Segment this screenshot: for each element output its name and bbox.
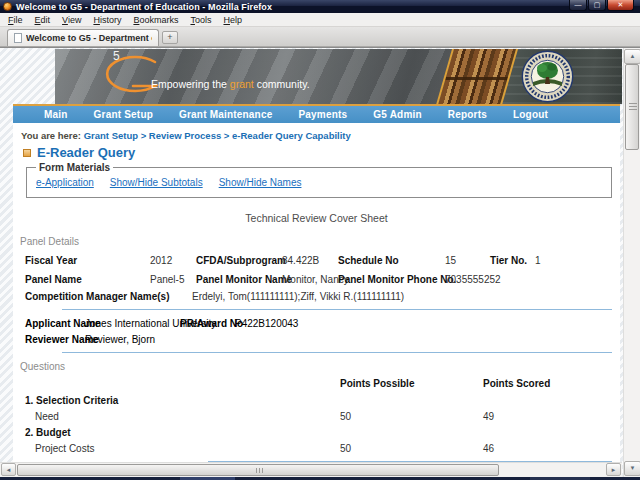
panel-name-value: Panel-5 bbox=[150, 274, 196, 285]
window-controls: — ▢ ✕ bbox=[569, 0, 634, 11]
content-area: Main Grant Setup Grant Maintenance Payme… bbox=[13, 104, 620, 464]
menu-history[interactable]: History bbox=[87, 14, 127, 26]
panel-monitor-phone-value: 7035555252 bbox=[445, 274, 490, 285]
cover-sheet-title: Technical Review Cover Sheet bbox=[13, 212, 620, 224]
menu-edit[interactable]: Edit bbox=[29, 14, 57, 26]
panel-monitor-name-label: Panel Monitor Name bbox=[196, 274, 282, 285]
page-heading: E-Reader Query bbox=[23, 145, 620, 160]
tab-bar: Welcome to G5 - Department of Edu... + bbox=[0, 27, 640, 47]
reviewer-name-value: Reviewer, Bjorn bbox=[85, 334, 155, 345]
page-viewport: 5 Empowering the grant community. Main G… bbox=[0, 47, 640, 480]
main-navigation: Main Grant Setup Grant Maintenance Payme… bbox=[13, 104, 620, 123]
breadcrumb-trail[interactable]: Grant Setup > Review Process > e-Reader … bbox=[84, 130, 351, 141]
applicant-row: Applicant Name Jones International Unive… bbox=[13, 318, 620, 329]
form-materials-legend: Form Materials bbox=[36, 162, 113, 173]
panel-monitor-phone-label: Panel Monitor Phone No. bbox=[338, 274, 445, 285]
question-item-need: Need bbox=[25, 411, 340, 422]
nav-g5-admin[interactable]: G5 Admin bbox=[360, 109, 434, 120]
window-title: Welcome to G5 - Department of Education … bbox=[16, 2, 272, 12]
fiscal-year-value: 2012 bbox=[150, 255, 196, 266]
reviewer-name-label: Reviewer Name bbox=[25, 334, 85, 345]
question-item-project-costs: Project Costs bbox=[25, 443, 340, 454]
nav-grant-setup[interactable]: Grant Setup bbox=[81, 109, 166, 120]
firefox-icon bbox=[3, 2, 12, 11]
panel-details-grid: Fiscal Year 2012 CFDA/Subprogram 84.422B… bbox=[13, 255, 620, 285]
vertical-scrollbar[interactable]: ▲ ▼ bbox=[623, 48, 640, 477]
new-tab-button[interactable]: + bbox=[162, 31, 178, 44]
title-bar[interactable]: Welcome to G5 - Department of Education … bbox=[0, 0, 640, 13]
nav-payments[interactable]: Payments bbox=[285, 109, 360, 120]
applicant-name-label: Applicant Name bbox=[25, 318, 85, 329]
scroll-down-icon[interactable]: ▼ bbox=[624, 461, 640, 476]
applicant-name-value: Jones International University bbox=[85, 318, 180, 329]
horizontal-scroll-thumb[interactable] bbox=[17, 464, 499, 476]
tab-title: Welcome to G5 - Department of Edu... bbox=[26, 33, 152, 43]
horizontal-scrollbar[interactable]: ◄ ► bbox=[0, 462, 622, 477]
show-hide-names-link[interactable]: Show/Hide Names bbox=[219, 177, 302, 188]
menu-bar: File Edit View History Bookmarks Tools H… bbox=[0, 13, 640, 27]
close-button[interactable]: ✕ bbox=[607, 0, 634, 11]
browser-window: Welcome to G5 - Department of Education … bbox=[0, 0, 640, 480]
scroll-up-icon[interactable]: ▲ bbox=[624, 49, 640, 64]
reviewer-row: Reviewer Name Reviewer, Bjorn bbox=[13, 334, 620, 345]
g5-banner: 5 Empowering the grant community. bbox=[55, 49, 622, 104]
competition-manager-value: Erdelyi, Tom(111111111);Ziff, Vikki R.(1… bbox=[192, 291, 404, 302]
question-group-2: 2. Budget bbox=[25, 427, 620, 438]
form-materials-fieldset: Form Materials e-Application Show/Hide S… bbox=[26, 162, 612, 198]
schedule-no-label: Schedule No bbox=[338, 255, 445, 266]
tagline-accent: grant bbox=[230, 78, 254, 90]
department-of-education-seal bbox=[521, 50, 574, 103]
fiscal-year-label: Fiscal Year bbox=[25, 255, 150, 266]
nav-logout[interactable]: Logout bbox=[500, 109, 561, 120]
project-costs-points-scored: 46 bbox=[483, 443, 620, 454]
e-application-link[interactable]: e-Application bbox=[36, 177, 94, 188]
breadcrumb-prefix: You are here: bbox=[21, 130, 81, 141]
panel-monitor-name-value: Monitor, Nancy bbox=[282, 274, 338, 285]
divider bbox=[62, 352, 612, 353]
schedule-no-value: 15 bbox=[445, 255, 490, 266]
show-hide-subtotals-link[interactable]: Show/Hide Subtotals bbox=[110, 177, 203, 188]
divider bbox=[62, 309, 612, 310]
need-points-possible: 50 bbox=[340, 411, 483, 422]
tagline-post: community. bbox=[254, 78, 310, 90]
scroll-left-icon[interactable]: ◄ bbox=[1, 463, 16, 476]
menu-view[interactable]: View bbox=[56, 14, 87, 26]
active-tab[interactable]: Welcome to G5 - Department of Edu... bbox=[7, 29, 159, 46]
form-materials-links: e-Application Show/Hide Subtotals Show/H… bbox=[36, 177, 602, 188]
vertical-scroll-thumb[interactable] bbox=[625, 64, 639, 150]
pr-award-label: PR/Award No bbox=[180, 318, 235, 329]
tier-no-value: 1 bbox=[535, 255, 620, 266]
panel-name-label: Panel Name bbox=[25, 274, 150, 285]
competition-manager-label: Competition Manager Name(s) bbox=[25, 291, 192, 302]
competition-manager-row: Competition Manager Name(s) Erdelyi, Tom… bbox=[13, 291, 620, 302]
menu-file[interactable]: File bbox=[2, 14, 29, 26]
menu-bookmarks[interactable]: Bookmarks bbox=[127, 14, 184, 26]
page-icon bbox=[14, 33, 22, 43]
scroll-grip bbox=[256, 468, 257, 473]
menu-help[interactable]: Help bbox=[217, 14, 248, 26]
nav-grant-maintenance[interactable]: Grant Maintenance bbox=[166, 109, 285, 120]
nav-reports[interactable]: Reports bbox=[435, 109, 500, 120]
page-title: E-Reader Query bbox=[37, 145, 135, 160]
project-costs-points-possible: 50 bbox=[340, 443, 483, 454]
tagline-pre: Empowering the bbox=[151, 78, 230, 90]
maximize-button[interactable]: ▢ bbox=[588, 0, 606, 11]
scroll-right-icon[interactable]: ► bbox=[606, 463, 621, 476]
questions-table: 1. Selection Criteria Need 50 49 2. Budg… bbox=[13, 395, 620, 454]
breadcrumb: You are here: Grant Setup > Review Proce… bbox=[21, 130, 620, 141]
points-scored-header: Points Scored bbox=[483, 378, 620, 389]
bullet-square-icon bbox=[23, 149, 31, 157]
menu-tools[interactable]: Tools bbox=[184, 14, 217, 26]
tier-no-label: Tier No. bbox=[490, 255, 535, 266]
cfda-value: 84.422B bbox=[282, 255, 338, 266]
g5-logo-g bbox=[93, 53, 163, 99]
banner-tagline: Empowering the grant community. bbox=[151, 78, 310, 90]
points-possible-header: Points Possible bbox=[340, 378, 483, 389]
minimize-button[interactable]: — bbox=[569, 0, 587, 11]
question-group-1: 1. Selection Criteria bbox=[25, 395, 620, 406]
scroll-grip bbox=[629, 103, 637, 104]
pr-award-value: P422B120043 bbox=[235, 318, 298, 329]
nav-main[interactable]: Main bbox=[31, 109, 81, 120]
cfda-label: CFDA/Subprogram bbox=[196, 255, 282, 266]
panel-details-label: Panel Details bbox=[20, 236, 620, 247]
